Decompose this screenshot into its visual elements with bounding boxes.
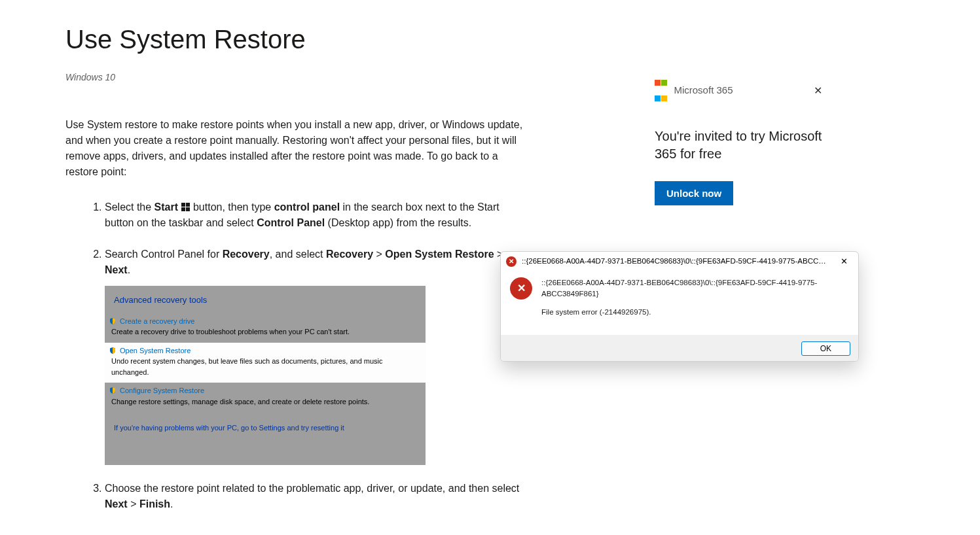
recovery-item: Open System Restore Undo recent system c… xyxy=(105,343,426,383)
recovery-item: Create a recovery drive Create a recover… xyxy=(105,313,426,343)
recovery-item: Configure System Restore Change restore … xyxy=(105,383,426,412)
promo-brand: Microsoft 365 xyxy=(674,84,733,95)
dialog-line2: File system error (-2144926975). xyxy=(541,307,846,318)
promo-brand-wrap: Microsoft 365 xyxy=(655,80,733,101)
promo-card: Microsoft 365 ✕ You're invited to try Mi… xyxy=(655,80,825,205)
step-1: Select the Start button, then type contr… xyxy=(105,199,524,231)
recovery-tools-image: Advanced recovery tools Create a recover… xyxy=(105,286,426,465)
dialog-titlebar: ✕ ::{26EE0668-A00A-44D7-9371-BEB064C9868… xyxy=(501,252,858,271)
dialog-body: ::{26EE0668-A00A-44D7-9371-BEB064C98683}… xyxy=(541,277,846,324)
promo-text: You're invited to try Microsoft 365 for … xyxy=(655,128,825,163)
recovery-heading: Advanced recovery tools xyxy=(105,286,426,313)
ok-button[interactable]: OK xyxy=(801,341,850,356)
learn-link[interactable]: Learn how to create a restore point. xyxy=(65,532,524,536)
shield-icon xyxy=(109,317,117,325)
page-title: Use System Restore xyxy=(65,20,524,59)
error-icon: ✕ xyxy=(510,277,532,300)
windows-logo-icon xyxy=(181,202,191,211)
microsoft-logo-icon xyxy=(655,80,667,101)
shield-icon xyxy=(109,387,117,394)
step-3: Choose the restore point related to the … xyxy=(105,481,524,512)
intro-paragraph: Use System restore to make restore point… xyxy=(65,117,524,180)
applies-to: Windows 10 xyxy=(65,71,524,84)
steps-list: Select the Start button, then type contr… xyxy=(65,199,524,512)
recovery-hint: If you're having problems with your PC, … xyxy=(105,412,426,439)
error-dialog: ✕ ::{26EE0668-A00A-44D7-9371-BEB064C9868… xyxy=(500,251,859,362)
promo-close-button[interactable]: ✕ xyxy=(811,82,825,99)
close-icon: ✕ xyxy=(814,85,822,96)
step-1-text: Select the xyxy=(105,201,154,213)
error-icon: ✕ xyxy=(506,256,517,267)
shield-icon xyxy=(109,347,117,354)
dialog-close-button[interactable]: ✕ xyxy=(835,255,853,268)
step-2: Search Control Panel for Recovery, and s… xyxy=(105,247,524,465)
close-icon: ✕ xyxy=(841,256,848,266)
dialog-title: ::{26EE0668-A00A-44D7-9371-BEB064C98683}… xyxy=(522,256,830,267)
unlock-now-button[interactable]: Unlock now xyxy=(655,181,733,205)
start-bold: Start xyxy=(154,201,178,213)
dialog-line1: ::{26EE0668-A00A-44D7-9371-BEB064C98683}… xyxy=(541,277,846,300)
